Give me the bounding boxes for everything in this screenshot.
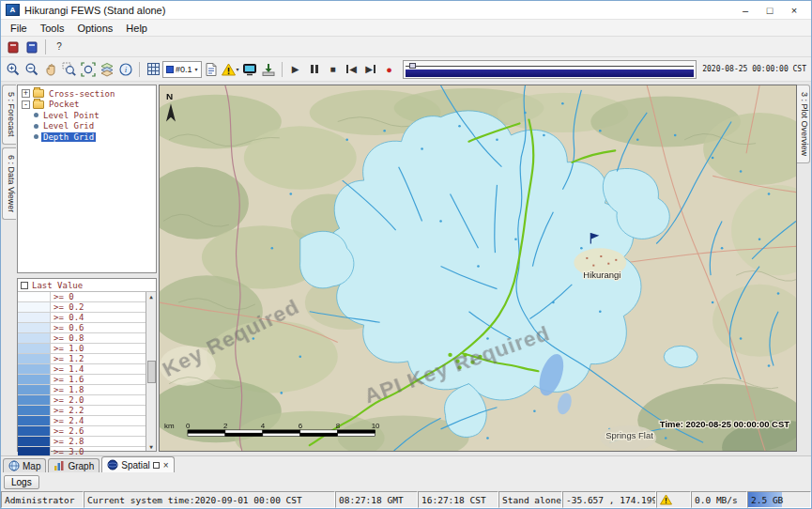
tree-item-pocket[interactable]: - Pocket (19, 100, 155, 111)
play-icon: ▶ (292, 65, 299, 74)
scroll-down-icon[interactable]: ▼ (149, 443, 153, 450)
status-memory: 2.5 GB (747, 491, 811, 508)
current-datetime: 2020-08-25 00:00:00 CST (700, 65, 808, 73)
time-slider-handle[interactable] (409, 63, 416, 69)
map-time-label: Time: 2020-08-25 00:00:00 CST (660, 420, 790, 429)
status-warning[interactable] (656, 491, 691, 508)
document-icon (204, 62, 219, 77)
zoom-extent-icon (81, 62, 96, 77)
forecast-dialog-button[interactable] (4, 38, 23, 56)
menu-file[interactable]: File (4, 22, 34, 35)
svg-text:8: 8 (336, 422, 341, 430)
logs-row: Logs (1, 472, 811, 491)
svg-text:6: 6 (299, 422, 303, 430)
tab-spatial[interactable]: Spatial × (101, 456, 174, 472)
tree-item-level-point[interactable]: Level Point (19, 110, 155, 121)
screen-icon (242, 62, 257, 77)
tab-data-viewer[interactable]: 6 : Data Viewer (2, 147, 16, 220)
toolbar-separator (282, 62, 283, 77)
app-window: A Hikurangi FEWS (Stand alone) – □ × Fil… (0, 0, 812, 509)
app-logo-icon: A (6, 4, 20, 16)
scroll-thumb[interactable] (147, 361, 156, 383)
skip-to-end-button[interactable]: ▶ (361, 60, 380, 79)
layer-tree: + Cross-section - Pocket Level Point Lev… (17, 85, 157, 273)
scroll-up-icon[interactable]: ▲ (149, 293, 153, 300)
collapse-icon[interactable]: - (22, 100, 30, 109)
legend-row: >= 1.0 (18, 344, 146, 354)
thresholds-dropdown[interactable]: ▾ (221, 60, 240, 79)
restore-tab-icon[interactable] (153, 462, 160, 469)
legend-rows: >= 0 >= 0.2 >= 0.4 >= 0.6 >= 0.8 >= 1.0 … (18, 292, 146, 451)
skip-start-icon: ◀ (346, 65, 357, 74)
grid-display-button[interactable] (144, 60, 162, 79)
maximize-button[interactable]: □ (758, 5, 782, 16)
legend-row: >= 0.8 (18, 333, 146, 344)
folder-icon (33, 100, 44, 109)
skip-to-start-button[interactable]: ◀ (343, 60, 361, 79)
legend-swatch (18, 292, 51, 301)
tree-item-depth-grid[interactable]: Depth Grid (19, 131, 155, 143)
zoom-out-button[interactable] (23, 60, 41, 79)
legend-scrollbar[interactable]: ▲ ▼ (146, 292, 156, 451)
toolbar-separator (45, 39, 46, 54)
legend-row: >= 2.0 (18, 395, 146, 406)
close-tab-icon[interactable]: × (163, 460, 169, 470)
status-local-time: 16:27:18 CST (418, 491, 498, 508)
leaf-bullet-icon (34, 124, 38, 129)
close-button[interactable]: × (782, 5, 806, 16)
record-button[interactable]: ● (380, 60, 399, 79)
tab-plot-overview[interactable]: 3 : Plot Overview (797, 85, 810, 163)
pause-button[interactable] (305, 60, 324, 79)
tree-item-level-grid[interactable]: Level Grid (19, 121, 155, 132)
tab-map[interactable]: Map (3, 458, 46, 472)
stop-button[interactable]: ■ (324, 60, 343, 79)
svg-text:N: N (166, 92, 173, 102)
legend-row: >= 0.4 (18, 313, 146, 323)
svg-text:10: 10 (372, 422, 381, 430)
timeseries-dialog-button[interactable] (202, 60, 221, 79)
tab-forecast[interactable]: 5 : Forecast (2, 85, 16, 145)
logs-button[interactable]: Logs (4, 475, 39, 489)
folder-icon (33, 89, 44, 98)
legend-row: >= 2.4 (18, 416, 146, 426)
map-view[interactable]: API Key Required API Key Required Hikura… (159, 85, 797, 452)
menu-help[interactable]: Help (119, 22, 154, 35)
pan-button[interactable] (41, 60, 60, 79)
menu-options[interactable]: Options (70, 22, 119, 35)
warning-triangle-icon (222, 63, 236, 76)
play-button[interactable]: ▶ (286, 60, 305, 79)
blue-book-icon (25, 40, 38, 54)
export-button[interactable] (259, 60, 278, 79)
display-button[interactable] (240, 60, 259, 79)
time-slider[interactable] (403, 60, 697, 79)
legend-row: >= 2.6 (18, 426, 146, 437)
zoom-previous-icon (62, 62, 77, 77)
time-slider-track[interactable] (406, 63, 695, 69)
zoom-in-button[interactable] (4, 60, 23, 79)
minimize-button[interactable]: – (733, 5, 758, 16)
tab-graph[interactable]: Graph (48, 458, 100, 472)
status-user: Administrator (1, 491, 84, 508)
selected-tree-label[interactable]: Depth Grid (41, 132, 96, 142)
help-button[interactable]: ? (50, 38, 69, 56)
main-area: 5 : Forecast 6 : Data Viewer + Cross-sec… (1, 82, 811, 455)
zoom-in-icon (6, 62, 21, 77)
zoom-extent-button[interactable] (79, 60, 98, 79)
last-value-checkbox[interactable] (21, 282, 28, 289)
left-tab-strip: 5 : Forecast 6 : Data Viewer (1, 82, 16, 455)
menu-tools[interactable]: Tools (34, 22, 71, 35)
right-tab-strip: 3 : Plot Overview (797, 82, 811, 455)
zoom-previous-button[interactable] (60, 60, 79, 79)
database-dialog-button[interactable] (23, 38, 41, 56)
info-button[interactable]: i (116, 60, 135, 79)
map-canvas[interactable]: API Key Required API Key Required Hikura… (160, 85, 796, 451)
menubar: File Tools Options Help (1, 20, 811, 37)
class-break-value: #0.1 (176, 65, 192, 74)
expand-icon[interactable]: + (22, 89, 30, 98)
hand-pan-icon (43, 62, 58, 77)
class-break-dropdown[interactable]: #0.1 ▾ (162, 61, 202, 78)
svg-text:0: 0 (186, 422, 191, 430)
layers-button[interactable] (98, 60, 116, 79)
sphere-icon (107, 459, 118, 470)
status-coordinates: -35.657 , 174.199 (562, 491, 656, 508)
